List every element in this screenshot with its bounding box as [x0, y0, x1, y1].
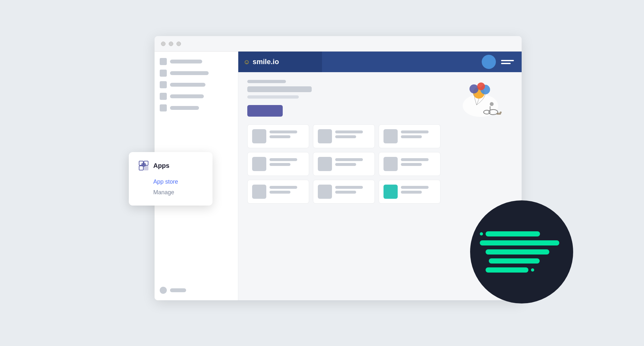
code-line-4 [489, 258, 540, 264]
app-name-8 [335, 186, 363, 189]
sidebar-icon-3 [160, 81, 167, 88]
app-desc-9 [401, 191, 422, 194]
traffic-light-close[interactable] [161, 42, 166, 46]
app-info-7 [270, 185, 304, 194]
app-name-7 [270, 186, 297, 189]
app-thumb-6 [384, 157, 398, 171]
sidebar-item-1[interactable] [160, 58, 233, 65]
balloon-svg [455, 77, 506, 128]
illustration-area [448, 80, 513, 204]
app-info-3 [401, 129, 436, 138]
header-title-placeholder [247, 86, 312, 92]
logo-text: smile.io [252, 58, 279, 66]
code-dot-2 [531, 268, 534, 272]
app-card-4[interactable] [247, 152, 309, 176]
top-navigation: ☺ smile.io [238, 52, 522, 72]
sidebar-icon-5 [160, 104, 167, 111]
app-thumb-9 [384, 185, 398, 199]
app-desc-6 [401, 163, 422, 166]
sidebar-icon-4 [160, 93, 167, 100]
nav-right [482, 55, 514, 69]
svg-point-4 [477, 82, 485, 90]
app-thumb-5 [318, 157, 332, 171]
app-desc-5 [335, 163, 356, 166]
app-info-8 [335, 185, 370, 194]
app-info-4 [270, 157, 304, 166]
app-card-7[interactable] [247, 180, 309, 204]
sidebar-text-1 [170, 60, 202, 63]
code-line-1 [486, 231, 540, 236]
code-dot-1 [480, 232, 483, 235]
app-card-9[interactable] [379, 180, 440, 204]
traffic-light-maximize[interactable] [176, 42, 181, 46]
app-thumb-1 [252, 129, 266, 143]
app-name-2 [335, 130, 363, 133]
app-desc-1 [270, 135, 290, 138]
dropdown-item-appstore[interactable]: App store [138, 177, 204, 187]
app-desc-7 [270, 191, 290, 194]
app-name-6 [401, 158, 429, 161]
app-thumb-8 [318, 185, 332, 199]
sidebar-text-2 [170, 71, 209, 75]
scene: ☺ smile.io [97, 36, 547, 310]
dropdown-item-manage[interactable]: Manage [138, 187, 204, 198]
app-thumb-3 [384, 129, 398, 143]
app-card-2[interactable] [313, 124, 375, 148]
user-avatar[interactable] [482, 55, 496, 69]
app-card-3[interactable] [379, 124, 440, 148]
balloon-illustration [455, 77, 506, 128]
app-card-8[interactable] [313, 180, 375, 204]
app-name-9 [401, 186, 429, 189]
app-thumb-7 [252, 185, 266, 199]
sidebar-text-5 [170, 106, 199, 110]
code-row-1 [480, 231, 564, 236]
content-left [247, 80, 440, 204]
dropdown-header: Apps [138, 160, 204, 171]
header-subtitle-placeholder [247, 80, 286, 83]
sidebar-text-3 [170, 83, 205, 87]
code-visualization-circle [470, 200, 573, 303]
app-info-9 [401, 185, 436, 194]
browser-titlebar [155, 36, 522, 52]
code-row-4 [480, 258, 564, 264]
app-name-3 [401, 130, 429, 133]
app-name-1 [270, 130, 297, 133]
code-row-3 [480, 249, 564, 255]
app-desc-2 [335, 135, 356, 138]
sidebar-footer-text [170, 288, 186, 292]
hamburger-menu[interactable] [501, 60, 514, 64]
menu-line-1 [501, 60, 514, 61]
sidebar-text-4 [170, 94, 204, 98]
sidebar-icon-2 [160, 70, 167, 77]
svg-point-5 [490, 102, 494, 106]
app-thumb-2 [318, 129, 332, 143]
app-desc-8 [335, 191, 356, 194]
app-thumb-4 [252, 157, 266, 171]
app-card-6[interactable] [379, 152, 440, 176]
sidebar-item-3[interactable] [160, 81, 233, 88]
sidebar-item-4[interactable] [160, 93, 233, 100]
app-info-2 [335, 129, 370, 138]
sidebar-icon-1 [160, 58, 167, 65]
sidebar-item-5[interactable] [160, 104, 233, 111]
apps-icon [138, 160, 149, 171]
app-card-5[interactable] [313, 152, 375, 176]
svg-point-10 [500, 111, 502, 113]
app-card-1[interactable] [247, 124, 309, 148]
sidebar-footer [160, 287, 186, 294]
code-line-3 [486, 249, 549, 255]
app-desc-3 [401, 135, 422, 138]
app-info-6 [401, 157, 436, 166]
code-line-5 [486, 267, 528, 273]
sidebar-item-2[interactable] [160, 70, 233, 77]
dropdown-title: Apps [153, 162, 169, 169]
traffic-light-minimize[interactable] [169, 42, 173, 46]
code-line-2 [480, 240, 559, 245]
sidebar-footer-avatar [160, 287, 167, 294]
apps-grid [247, 124, 440, 204]
header-cta-button[interactable] [247, 105, 283, 117]
app-name-4 [270, 158, 297, 161]
logo-smile-icon: ☺ [243, 58, 250, 66]
app-info-5 [335, 157, 370, 166]
app-desc-4 [270, 163, 290, 166]
